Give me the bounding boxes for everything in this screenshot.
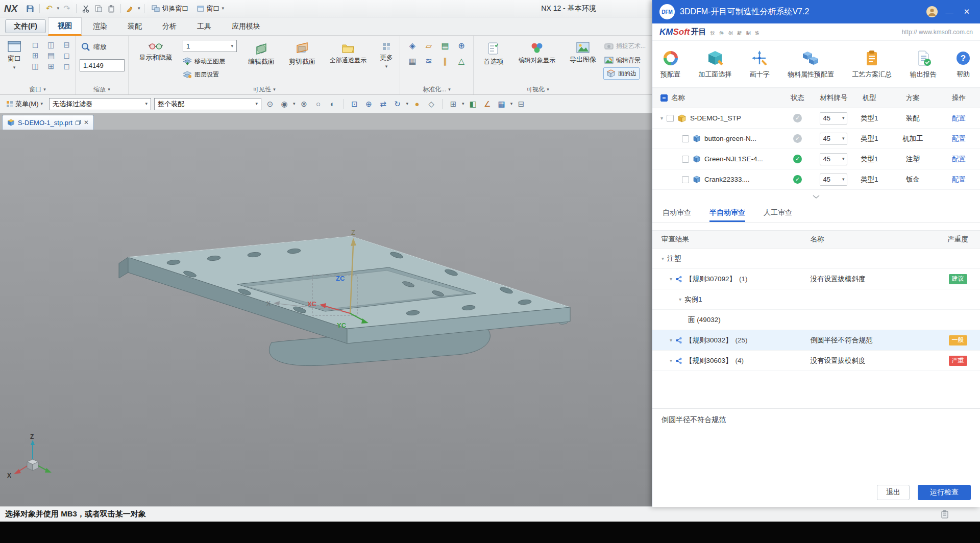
group-label-zoom[interactable]: 缩放▾ [76,84,128,94]
configure-link[interactable]: 配置 [952,176,966,183]
collapse-handle[interactable] [652,190,980,203]
row-checkbox[interactable] [667,115,674,122]
preferences-button[interactable]: 首选项 [478,40,509,66]
tab-semiauto-review[interactable]: 半自动审查 [709,203,745,222]
close-icon[interactable]: ✕ [961,6,973,18]
output-report-button[interactable]: 输出报告 [910,50,937,79]
zoom-value-input[interactable]: 1.4149 [80,59,125,71]
view-triad[interactable]: Z X [7,433,52,479]
table-row[interactable]: Crank22333.... ✓ 45▾ 类型1 钣金 配置 [652,169,980,190]
capture-art-button[interactable]: 捕捉艺术... [604,40,646,52]
datum-plane-icon[interactable]: ◈ [409,42,415,50]
table-row[interactable]: Green-NJL1SE-4... ✓ 45▾ 类型1 注塑 配置 [652,149,980,169]
selection-scope-select[interactable]: 整个装配▾ [154,98,261,110]
group-label-visibility[interactable]: 可见性▾ [129,84,400,94]
zoom-view-icon[interactable]: ⊕ [363,98,375,110]
group-label-standard[interactable]: 标准化...▾ [400,84,473,94]
group-label-window[interactable]: 窗口▾ [0,84,75,94]
window-layout-icon[interactable]: ⊞ [32,52,39,59]
result-rule-row[interactable]: ▾ 【规则307092】(1) 没有设置拔模斜度 建议 [652,269,980,289]
document-tab[interactable]: S-DEMO-1_stp.prt ✕ [2,115,94,130]
undo-icon[interactable]: ↶ [44,4,54,14]
result-rule-row[interactable]: ▾ 【规则30603】(4) 没有设置拔模斜度 严重 [652,351,980,371]
row-checkbox[interactable] [682,135,689,142]
row-checkbox[interactable] [682,156,689,163]
layer-settings-button[interactable]: 图层设置 [183,68,219,81]
material-select[interactable]: 45▾ [820,112,847,125]
paste-icon[interactable] [106,4,116,14]
caret-down-icon[interactable]: ▾ [462,102,464,106]
tab-assembly[interactable]: 装配 [118,17,151,36]
more-button[interactable]: 更多 ▾ [375,40,398,69]
show-hide-button[interactable]: 显示和隐藏 [132,40,180,62]
run-check-button[interactable]: 运行检查 [918,485,971,500]
pan-view-icon[interactable]: ⇄ [378,98,389,110]
tab-tools[interactable]: 工具 [188,17,220,36]
clip-section-button[interactable]: 剪切截面 [283,40,322,66]
expander-icon[interactable]: ▾ [670,338,672,343]
window-layout-icon[interactable]: ◻ [63,52,69,59]
wireframe-style-icon[interactable]: ◇ [426,98,437,110]
caret-down-icon[interactable]: ▾ [57,6,59,11]
table-icon[interactable]: ▦ [408,57,416,65]
configure-link[interactable]: 配置 [952,135,966,142]
zoom-button[interactable]: 缩放 [81,41,107,53]
table-row[interactable]: ▾ S-DEMO-1_STP ✓ 45▾ 类型1 装配 配置 [652,108,980,129]
group-label-visualization[interactable]: 可视化▾ [474,84,602,94]
material-props-button[interactable]: 物料属性预配置 [788,50,834,79]
annotation-icon[interactable]: ▤ [441,42,449,50]
draw-cross-button[interactable]: 画十字 [750,50,770,79]
pattern-icon[interactable]: ≋ [425,57,432,65]
window-layout-icon[interactable]: ◻ [63,62,69,70]
fit-view-icon[interactable]: ⊡ [349,98,360,110]
caret-down-icon[interactable]: ▾ [138,6,140,11]
window-layout-icon[interactable]: ⊞ [48,62,55,70]
window-layout-icon[interactable]: ◫ [47,41,55,48]
align-icon[interactable]: ∥ [443,57,447,65]
expander-icon[interactable]: ▾ [679,297,681,302]
minimize-icon[interactable]: — [943,6,955,18]
select-all-checkbox[interactable] [660,94,668,102]
result-group-row[interactable]: ▾注塑 [652,249,980,269]
tab-manual-review[interactable]: 人工审查 [764,203,792,222]
section-view-icon[interactable]: ◧ [468,98,479,110]
selection-filter-select[interactable]: 无选择过滤器▾ [49,98,151,110]
measure-icon[interactable]: ∠ [482,98,493,110]
translucency-button[interactable]: 全部通透显示 [324,40,373,65]
caret-down-icon[interactable]: ▾ [406,102,409,106]
status-clipboard-icon[interactable] [941,510,949,519]
expander-icon[interactable]: ▾ [670,358,672,363]
viewport-canvas[interactable]: Z ZC XC YC X Z X [0,130,652,506]
user-avatar-icon[interactable] [926,6,938,18]
material-select[interactable]: 45▾ [820,174,847,186]
tab-analysis[interactable]: 分析 [153,17,186,36]
snap-intersection-icon[interactable]: ⊗ [299,98,310,110]
preconfig-button[interactable]: 预配置 [660,50,680,79]
expander-icon[interactable]: ▾ [660,116,663,121]
material-select[interactable]: 45▾ [820,133,847,145]
help-button[interactable]: ? 帮助 [954,50,972,79]
caret-down-icon[interactable]: ▾ [293,102,296,106]
configure-link[interactable]: 配置 [952,155,966,163]
edit-object-display-button[interactable]: 编辑对象显示 [511,40,562,65]
result-rule-row[interactable]: ▾ 【规则30032】(25) 倒圆半径不符合规范 一般 [652,330,980,351]
configure-link[interactable]: 配置 [952,114,966,122]
expander-icon[interactable]: ▾ [662,256,664,261]
object-display-icon[interactable]: ▦ [496,98,507,110]
tab-view[interactable]: 视图 [48,17,82,36]
tab-auto-review[interactable]: 自动审查 [663,203,691,222]
window-layout-icon[interactable]: ⊟ [63,41,70,48]
snap-point-icon[interactable]: ⊙ [264,98,276,110]
export-image-button[interactable]: 导出图像 [565,40,601,64]
switch-window-button[interactable]: 切换窗口 [149,3,191,14]
format-brush-icon[interactable] [125,4,135,14]
machining-face-select-button[interactable]: 加工面选择 [698,50,731,79]
restore-window-icon[interactable] [76,120,81,125]
shaded-style-icon[interactable]: ● [411,98,423,110]
edit-section-button[interactable]: 编辑截面 [242,40,281,66]
window-layout-icon[interactable]: ▤ [47,52,55,59]
redo-icon[interactable]: ↷ [62,4,72,14]
cut-icon[interactable] [81,4,91,14]
expander-icon[interactable]: ▾ [670,277,672,282]
move-to-layer-button[interactable]: 移动至图层 [183,55,225,67]
